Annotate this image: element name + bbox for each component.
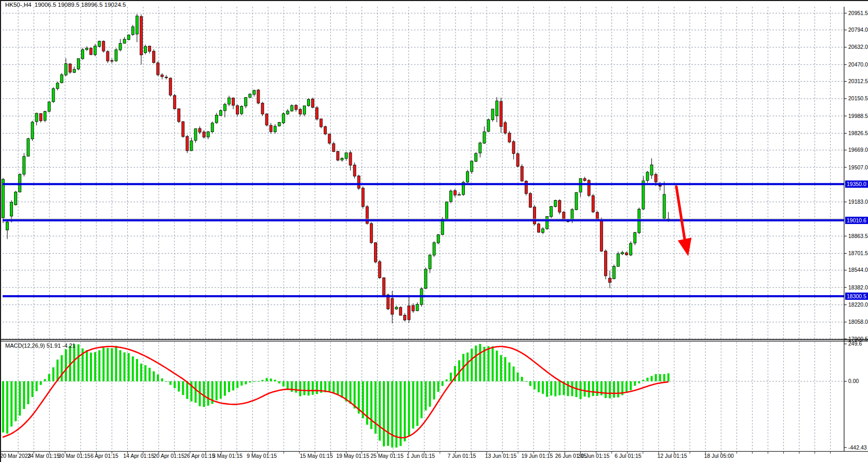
date-axis-label: 13 Jun 01:15 — [485, 453, 517, 459]
macd-bar — [140, 364, 142, 381]
bear-candle — [655, 175, 657, 182]
bear-candle — [69, 64, 71, 72]
bull-candle — [542, 229, 544, 232]
macd-bar — [136, 359, 138, 381]
chart-canvas[interactable]: 19350.019010.618300.520951.520794.020632… — [1, 1, 868, 462]
bear-candle — [357, 176, 360, 188]
macd-bar — [144, 365, 146, 381]
chart-ohlc-values: 19006.5 19089.5 18996.5 19024.5 — [35, 2, 126, 8]
bear-candle — [111, 61, 113, 61]
macd-bar — [182, 381, 184, 395]
bear-candle — [161, 75, 164, 76]
date-axis-label: 7 Jun 01:15 — [448, 453, 476, 459]
bear-candle — [391, 298, 394, 314]
macd-bar — [496, 351, 498, 381]
macd-bar — [446, 379, 448, 381]
bull-candle — [15, 192, 17, 205]
bear-candle — [558, 201, 561, 213]
macd-bar — [39, 381, 42, 385]
date-axis-label: 19 Jun 01:15 — [522, 453, 553, 459]
bear-candle — [608, 278, 611, 282]
macd-bar — [15, 381, 17, 421]
macd-bar — [245, 381, 247, 385]
macd-axis-label: 249.6 — [848, 340, 862, 347]
macd-bar — [308, 381, 310, 395]
bull-candle — [27, 139, 30, 156]
date-axis-label: 20 Apr 01:15 — [153, 453, 184, 459]
macd-bar — [487, 346, 489, 381]
bull-candle — [341, 158, 343, 160]
price-axis: 20951.520794.020632.020470.020312.520150… — [844, 10, 868, 451]
macd-bar — [195, 381, 197, 403]
bear-candle — [232, 98, 235, 105]
chart-symbol-period: HK50-,H4 — [5, 2, 32, 8]
bull-candle — [634, 233, 636, 243]
bull-candle — [215, 115, 218, 123]
macd-bar — [312, 381, 314, 395]
macd-axis-label: 0.00 — [848, 378, 859, 384]
macd-bar — [399, 381, 402, 446]
arrow-shaft[interactable] — [676, 187, 685, 239]
bull-candle — [278, 123, 281, 126]
chart-title: HK50-,H419006.5 19089.5 18996.5 19024.5 — [5, 2, 129, 8]
bull-candle — [630, 243, 632, 255]
macd-bar — [220, 381, 222, 399]
macd-bar — [157, 375, 159, 381]
bull-candle — [6, 222, 9, 230]
bear-candle — [596, 212, 598, 219]
bear-candle — [148, 46, 151, 51]
bear-candle — [453, 191, 456, 195]
macd-bar — [295, 381, 297, 393]
macd-bar — [124, 352, 126, 381]
bear-candle — [404, 315, 406, 320]
bull-candle — [123, 39, 126, 44]
macd-bar — [613, 381, 615, 398]
macd-bar — [65, 349, 67, 381]
macd-histogram — [2, 344, 670, 447]
level-price-label: 19010.6 — [847, 217, 866, 223]
macd-bar — [471, 349, 473, 381]
macd-bar — [596, 381, 598, 396]
bull-candle — [282, 114, 285, 123]
bull-candle — [77, 59, 79, 69]
bull-candle — [475, 153, 477, 161]
bull-candle — [228, 98, 230, 104]
macd-bar — [169, 381, 171, 385]
bull-candle — [211, 123, 213, 132]
macd-label-text: MACD(12,26,9) 51.91 -4.21 — [5, 342, 75, 349]
price-axis-label: 20951.5 — [848, 10, 868, 16]
bull-candle — [274, 126, 276, 132]
macd-bar — [450, 373, 452, 381]
bear-candle — [587, 180, 590, 195]
bear-candle — [508, 133, 511, 142]
bear-candle — [299, 109, 301, 114]
bear-candle — [538, 224, 540, 232]
bull-candle — [458, 194, 460, 195]
date-axis-label: 30 Jun 01:15 — [578, 453, 610, 459]
macd-bar — [111, 348, 113, 381]
macd-bar — [149, 368, 151, 381]
macd-axis-label: -442.43 — [848, 444, 867, 451]
macd-bar — [207, 381, 209, 406]
date-axis-label: 24 Mar 01:15 — [28, 453, 60, 459]
macd-bar — [525, 381, 527, 382]
bull-candle — [98, 41, 101, 46]
macd-bar — [316, 381, 318, 394]
price-axis-label: 18382.0 — [848, 284, 868, 291]
bull-candle — [219, 111, 222, 115]
price-axis-label: 18544.0 — [848, 267, 868, 273]
macd-bar — [328, 381, 330, 392]
bear-candle — [533, 207, 536, 224]
macd-bar — [278, 381, 281, 384]
bear-candle — [412, 306, 415, 311]
bull-candle — [429, 255, 431, 269]
bull-candle — [345, 153, 348, 159]
macd-bar — [408, 381, 410, 436]
bear-candle — [312, 99, 314, 108]
macd-bar — [249, 381, 251, 382]
bull-candle — [466, 171, 469, 182]
price-axis-label: 18058.0 — [848, 319, 868, 325]
macd-bar — [115, 346, 117, 381]
bear-candle — [525, 181, 527, 193]
bear-candle — [328, 134, 331, 143]
